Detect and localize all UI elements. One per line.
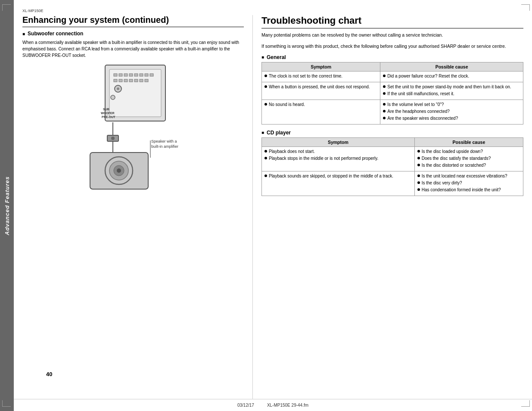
svg-rect-7: [140, 74, 143, 76]
svg-rect-13: [129, 79, 133, 82]
cd-row2-cause: Is the unit located near excessive vibra…: [414, 171, 523, 196]
svg-rect-16: [145, 79, 148, 82]
top-bar: XL-MP150E: [14, 9, 532, 15]
subwoofer-diagram: SUB WOOFER PRE-OUT: [84, 63, 183, 192]
main-content: XL-MP150E Enhancing your system (continu…: [14, 0, 532, 411]
intro-text-2: If something is wrong with this product,…: [261, 43, 523, 50]
corner-mark-bl: [2, 400, 11, 407]
sidebar-label: Advanced Features: [4, 176, 10, 235]
general-col2-header: Possible cause: [380, 62, 523, 71]
bullet-icon: [264, 103, 267, 106]
cd-player-table: Symptom Possible cause Playback does not…: [261, 137, 523, 196]
cd-row-2: Playback sounds are skipped, or stopped …: [261, 171, 523, 196]
bullet-icon: [264, 174, 267, 177]
svg-rect-2: [114, 74, 117, 76]
cd-player-heading: CD player: [261, 130, 523, 136]
bullet-icon: [417, 174, 420, 177]
corner-mark-br: [521, 400, 530, 407]
cd-row2-symptom: Playback sounds are skipped, or stopped …: [261, 171, 414, 196]
bullet-icon: [417, 157, 420, 159]
footer: 03/12/17 XL-MP150E 29-44.fm: [14, 399, 532, 411]
svg-rect-3: [119, 74, 122, 76]
general-row2-symptom: When a button is pressed, the unit does …: [261, 82, 380, 100]
svg-rect-6: [134, 74, 138, 76]
cd-row1-symptom: Playback does not start. Playback stops …: [261, 146, 414, 171]
general-row1-symptom: The clock is not set to the correct time…: [261, 71, 380, 82]
subwoofer-title-text: Subwoofer connection: [28, 31, 83, 37]
svg-rect-5: [129, 74, 133, 76]
general-heading-text: General: [267, 54, 286, 60]
svg-rect-10: [114, 79, 117, 82]
subwoofer-heading: Subwoofer connection: [22, 31, 244, 37]
svg-rect-8: [145, 74, 148, 76]
left-section-title: Enhancing your system (continued): [22, 15, 244, 27]
bullet-icon: [264, 85, 267, 88]
svg-rect-14: [134, 79, 138, 82]
svg-point-25: [111, 137, 115, 140]
bullet-icon: [383, 103, 386, 106]
svg-point-18: [117, 87, 119, 90]
right-section-title: Troubleshooting chart: [261, 15, 523, 28]
cd-player-heading-text: CD player: [267, 130, 291, 136]
general-col1-header: Symptom: [261, 62, 380, 71]
svg-rect-15: [140, 79, 143, 82]
general-table: Symptom Possible cause The clock is not …: [261, 62, 523, 125]
svg-rect-9: [150, 74, 153, 76]
general-row3-symptom: No sound is heard.: [261, 100, 380, 124]
general-row-1: The clock is not set to the correct time…: [261, 71, 523, 82]
intro-text-1: Many potential problems can be resolved …: [261, 32, 523, 39]
corner-mark-tr: [521, 4, 530, 11]
bullet-icon: [417, 150, 420, 153]
corner-mark-tl: [2, 4, 11, 11]
bullet-icon: [264, 150, 267, 153]
general-row-2: When a button is pressed, the unit does …: [261, 82, 523, 100]
bullet-icon: [383, 92, 386, 95]
svg-point-19: [111, 95, 115, 100]
bullet-icon: [383, 117, 386, 119]
cd-row-1: Playback does not start. Playback stops …: [261, 146, 523, 171]
page: Advanced Features XL-MP150E Enhancing yo…: [0, 0, 532, 411]
page-number: 40: [46, 371, 52, 377]
bullet-icon: [264, 75, 267, 77]
bullet-icon: [417, 181, 420, 184]
cd-col2-header: Possible cause: [414, 137, 523, 146]
bullet-icon: [383, 85, 386, 88]
bullet-icon: [417, 188, 420, 191]
model-number: XL-MP150E: [22, 9, 44, 13]
footer-date: 03/12/17: [237, 403, 254, 408]
svg-text:Speaker with a: Speaker with a: [151, 139, 177, 143]
bullet-icon: [264, 157, 267, 159]
svg-text:SUB: SUB: [103, 108, 109, 111]
general-row-3: No sound is heard. Is the volume level s…: [261, 100, 523, 124]
svg-text:PRE-OUT: PRE-OUT: [102, 115, 115, 118]
bullet-icon: [383, 75, 386, 77]
general-row2-cause: Set the unit to the power stand-by mode …: [380, 82, 523, 100]
bullet-icon: [383, 110, 386, 112]
cd-col1-header: Symptom: [261, 137, 414, 146]
illustration: SUB WOOFER PRE-OUT: [22, 63, 244, 192]
svg-rect-11: [119, 79, 122, 82]
footer-file: XL-MP150E 29-44.fm: [267, 403, 308, 408]
svg-text:WOOFER: WOOFER: [101, 112, 115, 115]
left-column: Enhancing your system (continued) Subwoo…: [22, 15, 253, 399]
cd-row1-cause: Is the disc loaded upside down? Does the…: [414, 146, 523, 171]
sidebar: Advanced Features: [0, 0, 14, 411]
columns: Enhancing your system (continued) Subwoo…: [14, 15, 532, 399]
general-row3-cause: Is the volume level set to "0"? Are the …: [380, 100, 523, 124]
general-heading: General: [261, 54, 523, 60]
svg-text:built-in amplifier: built-in amplifier: [151, 144, 178, 149]
general-row1-cause: Did a power failure occur? Reset the clo…: [380, 71, 523, 82]
svg-point-31: [117, 168, 121, 173]
svg-rect-12: [124, 79, 128, 82]
svg-rect-4: [124, 74, 128, 76]
subwoofer-body: When a commercially available speaker wi…: [22, 39, 244, 59]
right-column: Troubleshooting chart Many potential pro…: [253, 15, 523, 399]
bullet-icon: [417, 164, 420, 166]
